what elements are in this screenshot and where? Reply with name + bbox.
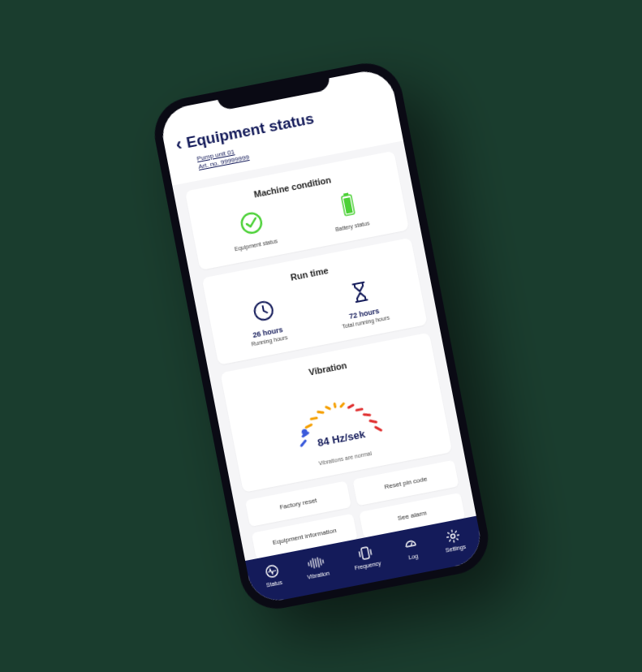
equipment-status-label: Equipment status bbox=[234, 238, 278, 252]
content-area: Machine condition Equipment status bbox=[172, 140, 476, 561]
running-hours-col: 26 hours Running hours bbox=[243, 295, 288, 347]
svg-line-12 bbox=[340, 403, 343, 407]
svg-line-21 bbox=[310, 561, 312, 567]
back-icon[interactable]: ‹ bbox=[174, 136, 183, 154]
clock-icon bbox=[249, 295, 277, 325]
nav-label: Vibration bbox=[307, 571, 330, 580]
nav-label: Frequency bbox=[354, 560, 381, 571]
nav-vibration[interactable]: Vibration bbox=[304, 554, 330, 580]
svg-line-9 bbox=[317, 411, 322, 413]
total-hours-col: 72 hours Total running hours bbox=[334, 274, 390, 329]
svg-line-35 bbox=[448, 532, 450, 534]
phone-mockup: ‹ Equipment status Pump unit 01 Art. no.… bbox=[148, 57, 493, 614]
svg-line-8 bbox=[311, 418, 317, 419]
svg-line-17 bbox=[375, 426, 381, 431]
phone-body: ‹ Equipment status Pump unit 01 Art. no.… bbox=[148, 57, 493, 614]
vibration-icon bbox=[305, 554, 325, 571]
frequency-icon bbox=[356, 545, 373, 562]
nav-log[interactable]: Log bbox=[402, 536, 420, 561]
svg-line-16 bbox=[369, 420, 375, 423]
battery-status-col: Battery status bbox=[328, 188, 369, 232]
svg-point-0 bbox=[240, 212, 263, 235]
svg-line-13 bbox=[348, 405, 353, 407]
hourglass-icon bbox=[349, 278, 370, 306]
svg-line-14 bbox=[356, 409, 362, 410]
svg-line-24 bbox=[317, 558, 319, 567]
svg-line-20 bbox=[308, 562, 309, 566]
svg-line-25 bbox=[320, 558, 321, 565]
vibration-gauge-icon bbox=[275, 375, 399, 460]
svg-line-37 bbox=[450, 540, 451, 541]
status-icon bbox=[263, 562, 280, 579]
svg-point-30 bbox=[450, 534, 455, 539]
svg-line-26 bbox=[322, 560, 323, 563]
svg-line-5 bbox=[300, 441, 306, 446]
svg-line-10 bbox=[325, 407, 329, 410]
svg-line-36 bbox=[457, 538, 459, 540]
svg-line-38 bbox=[455, 531, 457, 532]
svg-line-22 bbox=[312, 558, 314, 568]
nav-frequency[interactable]: Frequency bbox=[351, 544, 381, 571]
svg-line-28 bbox=[406, 545, 416, 547]
battery-status-label: Battery status bbox=[334, 220, 369, 232]
svg-rect-27 bbox=[360, 547, 369, 559]
app-screen: ‹ Equipment status Pump unit 01 Art. no.… bbox=[157, 67, 485, 605]
nav-label: Settings bbox=[445, 544, 466, 554]
svg-line-15 bbox=[364, 413, 369, 416]
svg-line-7 bbox=[305, 424, 311, 427]
settings-icon bbox=[444, 528, 461, 545]
nav-label: Log bbox=[407, 553, 418, 560]
nav-settings[interactable]: Settings bbox=[442, 527, 466, 553]
battery-icon bbox=[338, 190, 356, 218]
log-icon bbox=[402, 536, 419, 553]
svg-line-23 bbox=[315, 559, 317, 567]
nav-status[interactable]: Status bbox=[262, 562, 282, 588]
equipment-status-col: Equipment status bbox=[227, 206, 278, 252]
svg-line-11 bbox=[334, 403, 335, 407]
check-circle-icon bbox=[237, 208, 266, 238]
nav-label: Status bbox=[265, 579, 282, 588]
